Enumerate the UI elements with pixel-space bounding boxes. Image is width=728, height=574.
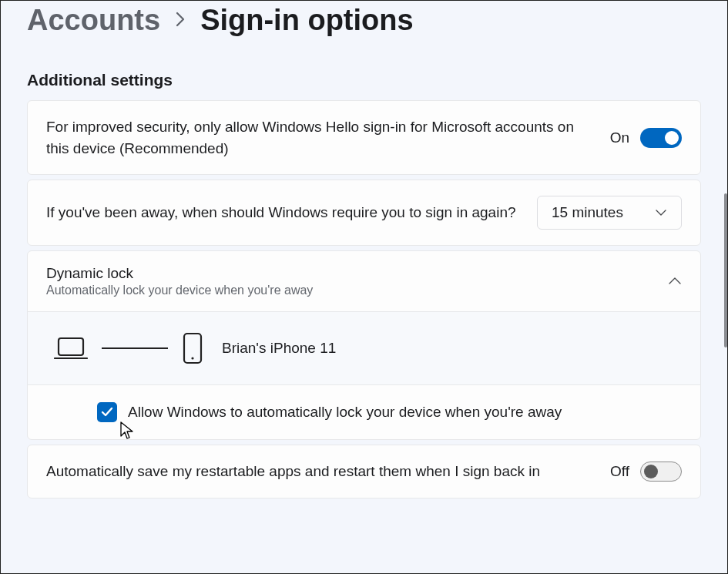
setting-windows-hello: For improved security, only allow Window… xyxy=(27,100,701,175)
paired-device-name: Brian's iPhone 11 xyxy=(222,340,336,357)
chevron-right-icon xyxy=(174,9,186,33)
dropdown-value: 15 minutes xyxy=(552,204,623,221)
setting-dynamic-lock: Dynamic lock Automatically lock your dev… xyxy=(27,250,701,440)
toggle-state-label: On xyxy=(610,129,629,146)
auto-restart-toggle[interactable] xyxy=(640,462,682,482)
setting-title: Dynamic lock xyxy=(46,265,313,282)
setting-text: Automatically save my restartable apps a… xyxy=(46,461,595,482)
section-heading: Additional settings xyxy=(27,71,701,89)
setting-require-signin: If you've been away, when should Windows… xyxy=(27,180,701,246)
page-title: Sign-in options xyxy=(200,4,414,37)
dynamic-lock-checkbox-row: Allow Windows to automatically lock your… xyxy=(28,384,700,439)
checkbox-label: Allow Windows to automatically lock your… xyxy=(128,404,562,421)
setting-auto-restart: Automatically save my restartable apps a… xyxy=(27,445,701,498)
svg-point-3 xyxy=(191,357,193,359)
toggle-state-label: Off xyxy=(610,463,629,480)
setting-subtitle: Automatically lock your device when you'… xyxy=(46,284,313,297)
svg-rect-0 xyxy=(59,338,83,355)
setting-text: For improved security, only allow Window… xyxy=(46,116,595,159)
connection-line-icon xyxy=(102,347,168,349)
laptop-icon xyxy=(54,335,88,361)
breadcrumb-parent[interactable]: Accounts xyxy=(27,4,160,37)
cursor-icon xyxy=(119,421,135,444)
setting-text: If you've been away, when should Windows… xyxy=(46,202,522,223)
phone-icon xyxy=(182,332,203,364)
chevron-down-icon xyxy=(655,209,667,217)
breadcrumb: Accounts Sign-in options xyxy=(27,4,701,37)
paired-device-row: Brian's iPhone 11 xyxy=(28,311,700,384)
dynamic-lock-checkbox[interactable] xyxy=(97,402,117,422)
windows-hello-toggle[interactable] xyxy=(640,128,682,148)
scrollbar-thumb[interactable] xyxy=(724,193,727,347)
dynamic-lock-header[interactable]: Dynamic lock Automatically lock your dev… xyxy=(28,251,700,311)
scrollbar[interactable] xyxy=(724,1,727,573)
require-signin-dropdown[interactable]: 15 minutes xyxy=(537,196,682,230)
chevron-up-icon xyxy=(668,277,682,286)
